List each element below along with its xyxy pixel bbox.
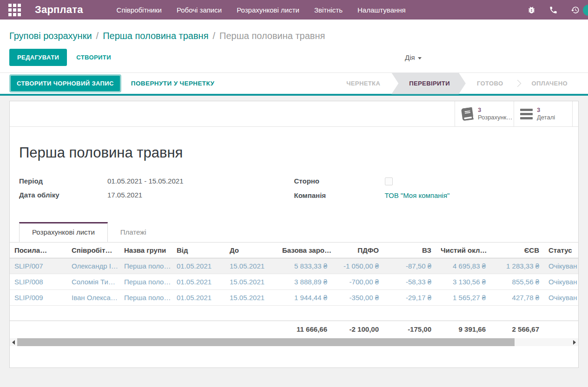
column-header[interactable]: ПДФО <box>332 243 383 258</box>
table-cell: Очікуван <box>544 289 578 305</box>
scrollbar-thumb[interactable] <box>17 338 515 346</box>
table-cell: 1 283,33 ₴ <box>490 258 544 274</box>
navbar-systray <box>514 6 580 14</box>
column-header[interactable]: ВЗ <box>383 243 436 258</box>
total-cell: -2 100,00 <box>332 321 383 338</box>
table-cell: 15.05.2021 <box>225 289 277 305</box>
navbar-menu-item[interactable]: Співробітники <box>117 6 162 14</box>
payslips-count: 3 <box>478 106 512 114</box>
stage-готово[interactable]: ГОТОВО <box>466 73 515 94</box>
total-cell <box>225 321 277 338</box>
table-cell: Олександр І… <box>67 258 119 274</box>
table-cell: Перша поло… <box>119 274 172 289</box>
column-header[interactable]: Від <box>172 243 225 258</box>
column-header[interactable]: ЄСВ <box>490 243 544 258</box>
total-cell: 9 391,66 <box>436 321 490 338</box>
navbar-menu-item[interactable]: Налаштування <box>357 6 406 14</box>
totals-row: 11 666,66-2 100,00-175,009 391,662 566,6… <box>10 321 578 338</box>
list-icon <box>520 109 533 119</box>
total-cell <box>544 321 578 338</box>
column-header[interactable]: До <box>225 243 277 258</box>
form-view: 3 Розрахунк… 3 Деталі Перша половина тра… <box>0 96 588 368</box>
chevron-down-icon <box>418 57 422 59</box>
total-cell: 2 566,67 <box>490 321 544 338</box>
table-cell: Очікуван <box>544 258 578 274</box>
breadcrumb: Групові розрахунки/Перша половина травня… <box>9 31 579 41</box>
table-cell: Очікуван <box>544 274 578 289</box>
apps-grid-icon[interactable] <box>8 4 21 16</box>
tab-item[interactable]: Розрахункові листи <box>19 222 108 242</box>
edit-button[interactable]: РЕДАГУВАТИ <box>9 49 67 66</box>
form-sheet: 3 Розрахунк… 3 Деталі Перша половина тра… <box>9 101 579 368</box>
table-cell: Іван Олекса… <box>67 289 119 305</box>
scroll-left-arrow[interactable] <box>10 338 17 346</box>
company-link[interactable]: ТОВ "Моя компанія" <box>385 191 450 199</box>
user-avatar[interactable] <box>583 5 588 16</box>
statusbar-stages: ЧЕРНЕТКАПЕРЕВІРИТИГОТОВООПЛАЧЕНО <box>335 73 579 94</box>
scroll-right-arrow[interactable] <box>571 338 578 346</box>
table-cell: -350,00 ₴ <box>332 289 383 305</box>
payslip-row[interactable]: SLIP/009Іван Олекса…Перша поло…01.05.202… <box>10 289 578 305</box>
breadcrumb-item[interactable]: Перша половина травня <box>103 31 208 41</box>
navbar-menu-item[interactable]: Розрахункові листи <box>237 6 299 14</box>
spacer-cell <box>10 305 578 321</box>
bug-icon[interactable] <box>527 6 536 14</box>
total-cell <box>10 321 67 338</box>
stage-перевірити[interactable]: ПЕРЕВІРИТИ <box>391 73 466 94</box>
form-statusbar: СТВОРИТИ ЧОРНОВИЙ ЗАПИС ПОВЕРНУТИ У ЧЕРН… <box>0 72 588 94</box>
field-label-period: Період <box>19 177 107 185</box>
table-cell: 01.05.2021 <box>172 274 225 289</box>
column-header[interactable]: Статус <box>544 243 578 258</box>
details-smart-button[interactable]: 3 Деталі <box>514 101 573 126</box>
breadcrumb-separator: / <box>96 31 99 41</box>
payslip-row[interactable]: SLIP/008Соломія Ти…Перша поло…01.05.2021… <box>10 274 578 289</box>
payslip-list: Посила…Співробіт…Назва групиВідДоБазова … <box>10 243 578 338</box>
total-cell <box>119 321 172 338</box>
table-cell: 15.05.2021 <box>225 258 277 274</box>
table-header-row: Посила…Співробіт…Назва групиВідДоБазова … <box>10 243 578 258</box>
breadcrumb-separator: / <box>212 31 215 41</box>
field-value-accounting-date: 17.05.2021 <box>107 191 142 199</box>
tab-item[interactable]: Платежі <box>108 222 159 242</box>
column-header[interactable]: Чистий окл… <box>436 243 490 258</box>
payslips-smart-button[interactable]: 3 Розрахунк… <box>455 101 514 126</box>
column-header[interactable]: Назва групи <box>119 243 172 258</box>
table-cell: Перша поло… <box>119 258 172 274</box>
stage-оплачено[interactable]: ОПЛАЧЕНО <box>521 73 579 94</box>
column-header[interactable]: Базова заро… <box>277 243 332 258</box>
navbar-menu-item[interactable]: Робочі записи <box>177 6 222 14</box>
table-cell: Соломія Ти… <box>67 274 119 289</box>
phone-icon[interactable] <box>549 6 558 14</box>
table-cell: SLIP/009 <box>10 289 67 305</box>
column-header[interactable]: Співробіт… <box>67 243 119 258</box>
create-draft-entry-button[interactable]: СТВОРИТИ ЧОРНОВИЙ ЗАПИС <box>11 76 120 91</box>
horizontal-scrollbar[interactable] <box>10 338 578 346</box>
table-cell: 5 833,33 ₴ <box>277 258 332 274</box>
app-title[interactable]: Зарплата <box>35 4 83 16</box>
payslip-table: Посила…Співробіт…Назва групиВідДоБазова … <box>10 243 578 338</box>
spacer-row <box>10 305 578 321</box>
table-cell: 3 130,56 ₴ <box>436 274 490 289</box>
table-cell: SLIP/008 <box>10 274 67 289</box>
table-cell: 01.05.2021 <box>172 289 225 305</box>
table-cell: 427,78 ₴ <box>490 289 544 305</box>
payslip-row[interactable]: SLIP/007Олександр І…Перша поло…01.05.202… <box>10 258 578 274</box>
create-button[interactable]: СТВОРИТИ <box>76 54 111 61</box>
table-cell: -700,00 ₴ <box>332 274 383 289</box>
top-navbar: Зарплата СпівробітникиРобочі записиРозра… <box>0 0 588 20</box>
storno-checkbox[interactable] <box>385 177 393 185</box>
activities-clock-icon[interactable] <box>571 6 580 14</box>
smart-buttons: 3 Розрахунк… 3 Деталі <box>455 101 573 126</box>
total-cell <box>67 321 119 338</box>
table-cell: -1 050,00 ₴ <box>332 258 383 274</box>
table-cell: 1 565,27 ₴ <box>436 289 490 305</box>
action-menu-button[interactable]: Дія <box>405 53 422 61</box>
navbar-menu-item[interactable]: Звітність <box>314 6 343 14</box>
column-header[interactable]: Посила… <box>10 243 67 258</box>
table-cell: -29,17 ₴ <box>383 289 436 305</box>
payslips-label: Розрахунк… <box>478 114 512 121</box>
reset-to-draft-button[interactable]: ПОВЕРНУТИ У ЧЕРНЕТКУ <box>131 80 214 87</box>
table-cell: 855,56 ₴ <box>490 274 544 289</box>
stage-чернетка[interactable]: ЧЕРНЕТКА <box>335 73 391 94</box>
breadcrumb-item[interactable]: Групові розрахунки <box>9 31 92 41</box>
